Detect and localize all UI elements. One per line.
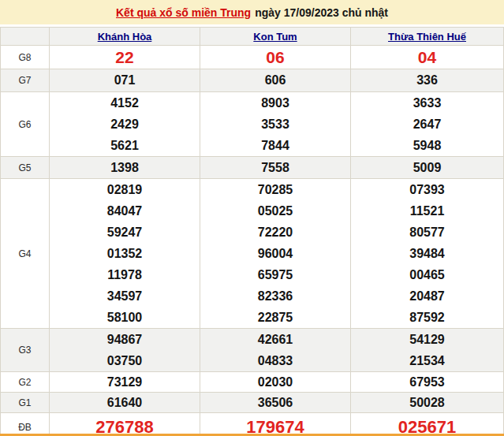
prize-number: 36506 (200, 393, 350, 412)
region-results-link[interactable]: Kết quả xổ số miền Trung (116, 6, 251, 19)
prize-number: 05025 (200, 200, 350, 222)
prize-number: 61640 (50, 393, 200, 412)
province-link[interactable]: Thừa Thiên Huế (388, 31, 466, 43)
prize-number: 70285 (200, 179, 350, 200)
prize-row-db: ĐB276788179674025671 (1, 413, 504, 436)
prize-number: 87592 (351, 307, 503, 328)
prize-number: 04 (351, 46, 503, 69)
prize-number: 94867 (50, 329, 200, 350)
prize-number: 42661 (200, 329, 350, 350)
prize-number: 39484 (351, 243, 503, 264)
prize-numbers-cell: 5009 (351, 157, 504, 179)
prize-numbers-cell: 363326475948 (351, 92, 504, 157)
prize-label: G4 (1, 179, 50, 329)
prize-number: 84047 (50, 200, 200, 222)
prize-number: 5948 (351, 135, 503, 156)
prize-number: 02030 (200, 372, 350, 392)
prize-number: 3633 (351, 92, 503, 114)
prize-numbers-cell: 22 (50, 46, 200, 69)
prize-number: 22875 (200, 307, 350, 328)
prize-number: 50028 (351, 393, 503, 412)
prize-number: 2429 (50, 114, 200, 135)
prize-numbers-cell: 5412921534 (351, 329, 504, 372)
prize-number: 58100 (50, 307, 200, 328)
prize-numbers-cell: 025671 (351, 413, 504, 436)
prize-numbers-cell: 890335337844 (200, 92, 351, 157)
prize-numbers-cell: 9486703750 (50, 329, 200, 372)
prize-numbers-cell: 73129 (50, 372, 200, 393)
prize-row-g8: G8220604 (1, 46, 504, 69)
prize-number: 96004 (200, 243, 350, 264)
prize-label: G5 (1, 157, 50, 179)
prize-number: 276788 (50, 413, 200, 436)
prize-numbers-cell: 071 (50, 69, 200, 92)
prize-number: 02819 (50, 179, 200, 200)
prize-numbers-cell: 61640 (50, 393, 200, 413)
page-title: Kết quả xổ số miền Trung ngày 17/09/2023… (0, 0, 504, 24)
column-header-khanh-hoa: Khánh Hòa (50, 28, 200, 46)
prize-number: 34597 (50, 285, 200, 307)
prize-number: 179674 (200, 413, 350, 436)
prize-numbers-cell: 336 (351, 69, 504, 92)
prize-numbers-cell: 04 (351, 46, 504, 69)
prize-numbers-cell: 06 (200, 46, 351, 69)
prize-number: 7844 (200, 135, 350, 156)
prize-number: 11521 (351, 200, 503, 222)
prize-number: 5621 (50, 135, 200, 156)
prize-numbers-cell: 70285050257222096004659758233622875 (200, 179, 351, 329)
prize-number: 73129 (50, 372, 200, 392)
prize-number: 5009 (351, 157, 503, 178)
prize-number: 82336 (200, 285, 350, 307)
prize-numbers-cell: 415224295621 (50, 92, 200, 157)
prize-number: 67953 (351, 372, 503, 392)
column-header-thua-thien-hue: Thừa Thiên Huế (351, 28, 504, 46)
prize-numbers-cell: 1398 (50, 157, 200, 179)
prize-row-g5: G5139875585009 (1, 157, 504, 179)
prize-label: G7 (1, 69, 50, 92)
prize-number: 07393 (351, 179, 503, 200)
prize-row-g4: G402819840475924701352119783459758100702… (1, 179, 504, 329)
prize-number: 20487 (351, 285, 503, 307)
prize-number: 21534 (351, 350, 503, 371)
prize-numbers-cell: 02819840475924701352119783459758100 (50, 179, 200, 329)
prize-number: 2647 (351, 114, 503, 135)
prize-number: 1398 (50, 157, 200, 178)
prize-number: 025671 (351, 413, 503, 436)
prize-number: 336 (351, 69, 503, 91)
prize-number: 606 (200, 69, 350, 91)
prize-number: 11978 (50, 264, 200, 285)
prize-numbers-cell: 67953 (351, 372, 504, 393)
prize-numbers-cell: 02030 (200, 372, 351, 393)
prize-number: 8903 (200, 92, 350, 114)
prize-number: 59247 (50, 222, 200, 243)
prize-numbers-cell: 606 (200, 69, 351, 92)
prize-numbers-cell: 7558 (200, 157, 351, 179)
column-header-kon-tum: Kon Tum (200, 28, 351, 46)
prize-label: ĐB (1, 413, 50, 436)
province-link[interactable]: Kon Tum (253, 31, 297, 43)
prize-row-g6: G6415224295621890335337844363326475948 (1, 92, 504, 157)
prize-number: 54129 (351, 329, 503, 350)
prize-number: 01352 (50, 243, 200, 264)
results-table: Khánh Hòa Kon Tum Thừa Thiên Huế G822060… (0, 27, 504, 436)
prize-label: G8 (1, 46, 50, 69)
prize-label: G6 (1, 92, 50, 157)
prize-numbers-cell: 36506 (200, 393, 351, 413)
prize-number: 071 (50, 69, 200, 91)
prize-number: 7558 (200, 157, 350, 178)
page-title-date: ngày 17/09/2023 chủ nhật (255, 6, 388, 19)
prize-number: 65975 (200, 264, 350, 285)
province-link[interactable]: Khánh Hòa (98, 31, 152, 43)
prize-label: G1 (1, 393, 50, 413)
prize-numbers-cell: 50028 (351, 393, 504, 413)
prize-number: 22 (50, 46, 200, 69)
table-header-row: Khánh Hòa Kon Tum Thừa Thiên Huế (1, 28, 504, 46)
prize-number: 00465 (351, 264, 503, 285)
prize-number: 03750 (50, 350, 200, 371)
prize-row-g3: G3948670375042661048335412921534 (1, 329, 504, 372)
prize-number: 04833 (200, 350, 350, 371)
prize-number: 4152 (50, 92, 200, 114)
prize-numbers-cell: 276788 (50, 413, 200, 436)
prize-number: 80577 (351, 222, 503, 243)
prize-row-g2: G2731290203067953 (1, 372, 504, 393)
